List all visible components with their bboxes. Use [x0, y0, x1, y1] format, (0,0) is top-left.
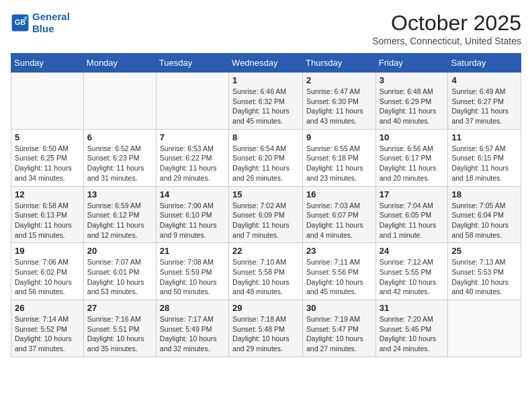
page-header: GB General Blue October 2025 Somers, Con… [11, 11, 521, 46]
weekday-header-row: SundayMondayTuesdayWednesdayThursdayFrid… [11, 54, 521, 73]
cell-content: Sunrise: 6:57 AM Sunset: 6:15 PM Dayligh… [451, 144, 517, 183]
calendar-cell: 30Sunrise: 7:19 AM Sunset: 5:47 PM Dayli… [303, 300, 376, 357]
cell-content: Sunrise: 7:11 AM Sunset: 5:56 PM Dayligh… [306, 257, 372, 297]
calendar-cell: 3Sunrise: 6:48 AM Sunset: 6:29 PM Daylig… [375, 73, 448, 130]
cell-content: Sunrise: 6:59 AM Sunset: 6:12 PM Dayligh… [87, 201, 152, 240]
cell-content: Sunrise: 6:56 AM Sunset: 6:17 PM Dayligh… [380, 144, 445, 183]
logo-text: General Blue [32, 11, 70, 35]
day-number: 31 [380, 303, 445, 313]
day-number: 10 [380, 132, 445, 142]
day-number: 4 [451, 75, 517, 85]
cell-content: Sunrise: 7:14 AM Sunset: 5:52 PM Dayligh… [15, 314, 80, 354]
calendar-cell: 13Sunrise: 6:59 AM Sunset: 6:12 PM Dayli… [83, 186, 156, 243]
week-row-1: 1Sunrise: 6:46 AM Sunset: 6:32 PM Daylig… [11, 73, 521, 130]
day-number: 1 [232, 75, 299, 85]
calendar-cell: 17Sunrise: 7:04 AM Sunset: 6:05 PM Dayli… [375, 186, 448, 243]
cell-content: Sunrise: 7:07 AM Sunset: 6:01 PM Dayligh… [87, 257, 152, 297]
calendar-cell: 19Sunrise: 7:06 AM Sunset: 6:02 PM Dayli… [11, 243, 84, 300]
calendar-cell: 5Sunrise: 6:50 AM Sunset: 6:25 PM Daylig… [11, 129, 84, 186]
calendar-cell [156, 73, 228, 130]
weekday-header-wednesday: Wednesday [229, 54, 303, 73]
day-number: 22 [232, 246, 299, 256]
weekday-header-thursday: Thursday [303, 54, 376, 73]
weekday-header-friday: Friday [375, 54, 448, 73]
cell-content: Sunrise: 7:10 AM Sunset: 5:58 PM Dayligh… [232, 257, 299, 297]
day-number: 24 [380, 246, 445, 256]
calendar: SundayMondayTuesdayWednesdayThursdayFrid… [11, 53, 521, 357]
calendar-cell: 9Sunrise: 6:55 AM Sunset: 6:18 PM Daylig… [303, 129, 376, 186]
day-number: 11 [451, 132, 517, 142]
day-number: 28 [160, 303, 225, 313]
calendar-cell: 16Sunrise: 7:03 AM Sunset: 6:07 PM Dayli… [303, 186, 376, 243]
calendar-cell: 12Sunrise: 6:58 AM Sunset: 6:13 PM Dayli… [11, 186, 84, 243]
day-number: 26 [15, 303, 80, 313]
day-number: 2 [306, 75, 372, 85]
logo-general: General [32, 11, 70, 22]
calendar-cell: 23Sunrise: 7:11 AM Sunset: 5:56 PM Dayli… [303, 243, 376, 300]
cell-content: Sunrise: 7:00 AM Sunset: 6:10 PM Dayligh… [160, 201, 225, 240]
day-number: 15 [232, 189, 299, 199]
calendar-cell: 14Sunrise: 7:00 AM Sunset: 6:10 PM Dayli… [156, 186, 228, 243]
day-number: 12 [15, 189, 80, 199]
day-number: 8 [232, 132, 299, 142]
cell-content: Sunrise: 7:04 AM Sunset: 6:05 PM Dayligh… [380, 201, 445, 240]
weekday-header-sunday: Sunday [11, 54, 84, 73]
cell-content: Sunrise: 7:05 AM Sunset: 6:04 PM Dayligh… [451, 201, 517, 240]
cell-content: Sunrise: 7:02 AM Sunset: 6:09 PM Dayligh… [232, 201, 299, 240]
cell-content: Sunrise: 6:49 AM Sunset: 6:27 PM Dayligh… [451, 87, 517, 126]
cell-content: Sunrise: 7:12 AM Sunset: 5:55 PM Dayligh… [380, 257, 445, 297]
day-number: 9 [306, 132, 372, 142]
calendar-cell: 2Sunrise: 6:47 AM Sunset: 6:30 PM Daylig… [303, 73, 376, 130]
cell-content: Sunrise: 7:19 AM Sunset: 5:47 PM Dayligh… [306, 314, 372, 354]
cell-content: Sunrise: 6:58 AM Sunset: 6:13 PM Dayligh… [15, 201, 80, 240]
cell-content: Sunrise: 6:50 AM Sunset: 6:25 PM Dayligh… [15, 144, 80, 183]
calendar-cell: 27Sunrise: 7:16 AM Sunset: 5:51 PM Dayli… [83, 300, 156, 357]
calendar-cell [83, 73, 156, 130]
calendar-cell [448, 300, 521, 357]
cell-content: Sunrise: 7:13 AM Sunset: 5:53 PM Dayligh… [451, 257, 517, 297]
cell-content: Sunrise: 7:08 AM Sunset: 5:59 PM Dayligh… [160, 257, 225, 297]
calendar-cell: 1Sunrise: 6:46 AM Sunset: 6:32 PM Daylig… [229, 73, 303, 130]
cell-content: Sunrise: 6:47 AM Sunset: 6:30 PM Dayligh… [306, 87, 372, 126]
weekday-header-monday: Monday [83, 54, 156, 73]
calendar-cell: 31Sunrise: 7:20 AM Sunset: 5:45 PM Dayli… [375, 300, 448, 357]
cell-content: Sunrise: 7:20 AM Sunset: 5:45 PM Dayligh… [380, 314, 445, 354]
calendar-cell: 4Sunrise: 6:49 AM Sunset: 6:27 PM Daylig… [448, 73, 521, 130]
cell-content: Sunrise: 7:16 AM Sunset: 5:51 PM Dayligh… [87, 314, 152, 354]
day-number: 7 [160, 132, 225, 142]
calendar-cell: 22Sunrise: 7:10 AM Sunset: 5:58 PM Dayli… [229, 243, 303, 300]
calendar-cell: 25Sunrise: 7:13 AM Sunset: 5:53 PM Dayli… [448, 243, 521, 300]
cell-content: Sunrise: 6:52 AM Sunset: 6:23 PM Dayligh… [87, 144, 152, 183]
day-number: 6 [87, 132, 152, 142]
day-number: 5 [15, 132, 80, 142]
day-number: 27 [87, 303, 152, 313]
calendar-cell: 7Sunrise: 6:53 AM Sunset: 6:22 PM Daylig… [156, 129, 228, 186]
calendar-cell: 24Sunrise: 7:12 AM Sunset: 5:55 PM Dayli… [375, 243, 448, 300]
calendar-cell: 10Sunrise: 6:56 AM Sunset: 6:17 PM Dayli… [375, 129, 448, 186]
calendar-cell: 8Sunrise: 6:54 AM Sunset: 6:20 PM Daylig… [229, 129, 303, 186]
calendar-cell: 29Sunrise: 7:18 AM Sunset: 5:48 PM Dayli… [229, 300, 303, 357]
calendar-cell: 18Sunrise: 7:05 AM Sunset: 6:04 PM Dayli… [448, 186, 521, 243]
week-row-3: 12Sunrise: 6:58 AM Sunset: 6:13 PM Dayli… [11, 186, 521, 243]
cell-content: Sunrise: 6:48 AM Sunset: 6:29 PM Dayligh… [380, 87, 445, 126]
calendar-cell: 6Sunrise: 6:52 AM Sunset: 6:23 PM Daylig… [83, 129, 156, 186]
day-number: 20 [87, 246, 152, 256]
cell-content: Sunrise: 7:06 AM Sunset: 6:02 PM Dayligh… [15, 257, 80, 297]
logo-blue: Blue [32, 23, 54, 34]
weekday-header-tuesday: Tuesday [156, 54, 228, 73]
svg-text:GB: GB [15, 18, 26, 26]
weekday-header-saturday: Saturday [448, 54, 521, 73]
logo-icon: GB [11, 13, 30, 32]
day-number: 25 [451, 246, 517, 256]
week-row-5: 26Sunrise: 7:14 AM Sunset: 5:52 PM Dayli… [11, 300, 521, 357]
day-number: 18 [451, 189, 517, 199]
calendar-cell: 28Sunrise: 7:17 AM Sunset: 5:49 PM Dayli… [156, 300, 228, 357]
cell-content: Sunrise: 6:46 AM Sunset: 6:32 PM Dayligh… [232, 87, 299, 126]
calendar-cell: 26Sunrise: 7:14 AM Sunset: 5:52 PM Dayli… [11, 300, 84, 357]
logo: GB General Blue [11, 11, 70, 35]
day-number: 23 [306, 246, 372, 256]
day-number: 19 [15, 246, 80, 256]
calendar-cell: 11Sunrise: 6:57 AM Sunset: 6:15 PM Dayli… [448, 129, 521, 186]
cell-content: Sunrise: 7:03 AM Sunset: 6:07 PM Dayligh… [306, 201, 372, 240]
day-number: 21 [160, 246, 225, 256]
